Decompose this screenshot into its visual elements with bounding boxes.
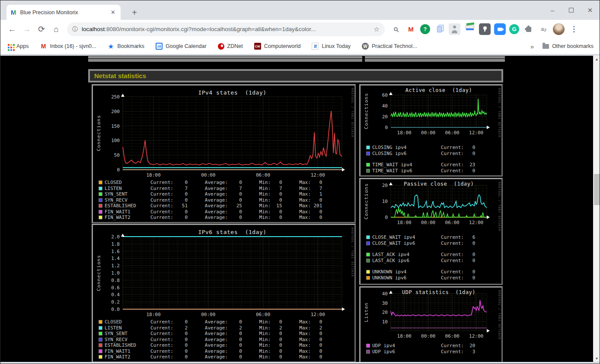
gmail-extension-icon[interactable]: M <box>405 23 417 35</box>
scrollbar-up-arrow-icon[interactable]: ▲ <box>593 56 600 63</box>
legend-row: CLOSE_WAIT ipv6 Current: 0 <box>366 241 475 247</box>
legend-text: SYN_SENT Current: 0 Average: 0 Min: 0 Ma… <box>105 331 322 337</box>
url-text: localhost:8080/monitorix-cgi/monitorix.c… <box>82 26 370 32</box>
new-tab-button[interactable]: + <box>128 6 140 19</box>
chart-legend: CLOSING ipv4 Current: 0CLOSING ipv6 Curr… <box>366 145 475 174</box>
home-button[interactable]: ⌂ <box>49 25 64 34</box>
x-tick-label: 00:00 <box>421 220 435 225</box>
bookmark-item[interactable]: ltLinux Today <box>312 43 351 50</box>
legend-color-swatch <box>99 215 102 219</box>
zoom-camera-extension-icon[interactable] <box>494 23 506 35</box>
bookmark-item[interactable]: WPractical Technol... <box>362 43 417 50</box>
legend-color-swatch <box>366 169 370 173</box>
y-tick-label: 10 <box>382 319 388 325</box>
legend-row: SYN_RECV Current: 0 Average: 0 Min: 0 Ma… <box>99 197 322 203</box>
profile-avatar[interactable] <box>553 23 565 35</box>
legend-text: UNKNOWN ipv4 Current: 0 <box>372 269 475 275</box>
legend-row: CLOSING ipv4 Current: 0 <box>366 145 475 151</box>
y-tick-label: 0.8 <box>111 278 120 283</box>
monitorix-favicon-icon: M <box>11 9 16 16</box>
menu-dots-icon[interactable]: ⋮ <box>568 23 580 35</box>
x-tick-label: 00:00 <box>201 172 215 178</box>
tab-close-icon[interactable]: ✕ <box>110 9 116 16</box>
y-axis-arrow-icon <box>389 291 393 294</box>
help-bubble-extension-icon[interactable]: ? <box>420 24 430 34</box>
legend-row: UDP ipv6 Current: 3 <box>366 349 475 355</box>
grammarly-extension-icon[interactable]: G <box>509 24 519 34</box>
minimize-button[interactable]: – <box>549 6 556 14</box>
page-scrollbar[interactable]: ▲ ▼ <box>593 56 600 362</box>
copy-pages-extension-icon[interactable] <box>434 23 445 35</box>
forward-button[interactable]: → <box>19 25 34 34</box>
back-button[interactable]: ← <box>5 25 19 34</box>
y-tick-label: 150 <box>111 123 120 129</box>
bookmark-item[interactable]: CWComputerworld <box>254 43 301 50</box>
legend-row: LISTEN Current: 2 Average: 2 Min: 2 Max:… <box>99 325 322 331</box>
playlist-extension-icon[interactable]: ≡♪ <box>538 23 549 35</box>
maximize-button[interactable] <box>569 8 574 13</box>
window-bottom-edge <box>0 362 600 364</box>
previous-section-bottom-edge <box>88 56 362 62</box>
bookmark-item[interactable]: ★Bookmarks <box>108 43 145 50</box>
x-tick-label: 18:00 <box>397 333 412 339</box>
browser-window: M Blue Precision Monitorix ✕ + – ✕ ← → ⟳… <box>0 0 600 364</box>
legend-text: FIN_WAIT1 Current: 0 Average: 0 Min: 0 M… <box>105 209 322 215</box>
y-axis-arrow-icon <box>389 182 393 185</box>
legend-row: CLOSING ipv6 Current: 0 <box>366 151 475 157</box>
bookmark-label: ZDNet <box>227 43 243 49</box>
bookmark-item[interactable]: MInbox (16) - sjvn0... <box>40 43 96 50</box>
chart-legend: CLOSED Current: 0 Average: 0 Min: 0 Max:… <box>99 319 322 360</box>
legend-color-swatch <box>366 235 370 239</box>
y-tick-label: 100 <box>111 138 120 143</box>
books-extension-icon[interactable] <box>464 23 476 35</box>
legend-text: SYN_RECV Current: 0 Average: 0 Min: 0 Ma… <box>105 197 322 203</box>
bookmark-label: Inbox (16) - sjvn0... <box>50 43 96 49</box>
y-tick-label: 0.0 <box>111 307 120 312</box>
y-tick-label: 50 <box>114 152 120 158</box>
legend-row: FIN_WAIT1 Current: 0 Average: 0 Min: 0 M… <box>99 348 322 355</box>
bookmark-label: Google Calendar <box>166 43 207 49</box>
legend-color-swatch <box>99 343 102 347</box>
search-extension-icon[interactable] <box>390 23 402 35</box>
legend-row: UDP ipv4 Current: 20 <box>366 343 475 349</box>
reload-button[interactable]: ⟳ <box>34 24 49 34</box>
zdnet-favicon-icon <box>218 43 224 50</box>
page-info-icon[interactable]: ⓘ <box>72 25 78 33</box>
scrollbar-thumb[interactable] <box>594 174 600 205</box>
legend-row: TIME_WAIT ipv4 Current: 23 <box>366 162 475 168</box>
browser-tab[interactable]: M Blue Precision Monitorix ✕ <box>6 5 121 20</box>
bookmarks-overflow-chevron[interactable]: » <box>530 43 534 50</box>
legend-color-swatch <box>366 344 370 348</box>
page-content: Netstat statistics IPv4 states (1day)Con… <box>0 56 600 362</box>
legend-text: UDP ipv4 Current: 20 <box>372 343 475 349</box>
bookmark-item[interactable]: ZDNet <box>218 43 243 50</box>
section-header: Netstat statistics <box>88 69 503 82</box>
legend-text: CLOSED Current: 0 Average: 0 Min: 0 Max:… <box>105 180 322 186</box>
chart-legend: CLOSE_WAIT ipv4 Current: 6CLOSE_WAIT ipv… <box>366 234 475 281</box>
legend-row: UNKNOWN ipv6 Current: 0 <box>366 275 475 281</box>
scrollbar-down-arrow-icon[interactable]: ▼ <box>593 355 600 362</box>
other-bookmarks-button[interactable]: Other bookmarks <box>543 43 594 49</box>
cal-favicon-icon: 28 <box>156 43 163 50</box>
y-tick-label: 40 <box>382 103 388 109</box>
section-title: Netstat statistics <box>94 72 146 79</box>
bookmark-star-icon[interactable]: ☆ <box>374 25 380 33</box>
y-tick-label: 20 <box>382 310 388 315</box>
x-axis-arrow-icon <box>487 126 490 129</box>
window-close-button[interactable]: ✕ <box>587 6 594 14</box>
chart-panel-ipv6-states: IPv6 states (1day)ConnectionsRRDTOOL / T… <box>92 224 356 362</box>
bookmark-item[interactable]: 28Google Calendar <box>156 43 207 50</box>
y-axis-arrow-icon <box>121 234 124 237</box>
person-extension-icon[interactable] <box>449 23 460 35</box>
legend-row: FIN_WAIT2 Current: 0 Average: 0 Min: 0 M… <box>99 354 322 360</box>
legend-color-swatch <box>99 355 102 359</box>
legend-text: CLOSING ipv4 Current: 0 <box>372 145 475 151</box>
url-host: localhost <box>82 26 105 32</box>
legend-row: SYN_SENT Current: 0 Average: 0 Min: 0 Ma… <box>99 191 322 197</box>
x-tick-label: 06:00 <box>445 220 460 225</box>
keeper-extension-icon[interactable] <box>479 23 491 35</box>
bookmark-item[interactable]: Apps <box>6 43 29 50</box>
address-bar[interactable]: ⓘ localhost:8080/monitorix-cgi/monitorix… <box>67 22 385 36</box>
puzzle-extension-icon[interactable] <box>523 23 534 35</box>
y-tick-label: 0.4 <box>111 292 120 298</box>
